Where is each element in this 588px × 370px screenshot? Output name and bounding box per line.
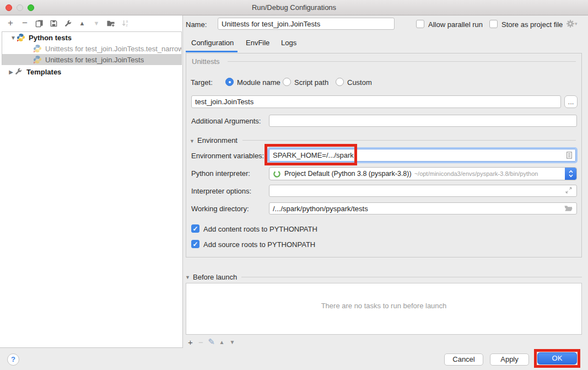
python-tests-icon bbox=[17, 33, 25, 42]
tab-envfile[interactable]: EnvFile bbox=[246, 39, 269, 51]
python-interpreter-value: Project Default (Python 3.8 (pyspark-3.8… bbox=[284, 170, 412, 178]
unittests-group-title: Unittests bbox=[192, 57, 220, 66]
additional-arguments-label: Additional Arguments: bbox=[191, 117, 261, 125]
allow-parallel-run-checkbox[interactable] bbox=[416, 20, 424, 28]
tree-item-label: Unittests for test_join.JoinTests.test_n… bbox=[45, 45, 181, 53]
sort-configurations-icon[interactable]: az bbox=[118, 17, 132, 30]
target-module-name-radio[interactable] bbox=[225, 78, 234, 86]
additional-arguments-input[interactable] bbox=[269, 115, 577, 127]
expanded-twisty-icon[interactable]: ▼ bbox=[10, 35, 17, 41]
add-content-roots-label: Add content roots to PYTHONPATH bbox=[203, 225, 317, 233]
target-module-name-label: Module name bbox=[237, 78, 280, 87]
edit-variables-list-icon[interactable] bbox=[565, 151, 573, 161]
move-task-down-icon[interactable]: ▼ bbox=[227, 339, 238, 345]
target-script-path-label: Script path bbox=[294, 78, 328, 87]
tree-item-label: Templates bbox=[26, 68, 61, 76]
environment-section-title: Environment bbox=[197, 136, 238, 144]
move-task-up-icon[interactable]: ▲ bbox=[217, 339, 227, 345]
browse-module-button[interactable]: ... bbox=[564, 95, 578, 108]
sidebar-toolbar: + − ▲ ▼ az bbox=[3, 15, 132, 31]
interpreter-options-input[interactable] bbox=[269, 185, 577, 197]
interpreter-dropdown-chevrons-icon[interactable] bbox=[565, 168, 576, 180]
allow-parallel-run-label: Allow parallel run bbox=[428, 20, 483, 29]
tab-configuration[interactable]: Configuration bbox=[191, 39, 234, 51]
tree-item-python-tests[interactable]: ▼ Python tests bbox=[2, 32, 181, 43]
working-directory-label: Working directory: bbox=[191, 205, 249, 213]
tree-item-unittests-jointests[interactable]: Unittests for test_join.JoinTests bbox=[2, 54, 181, 65]
add-content-roots-checkbox[interactable]: ✓ bbox=[191, 224, 199, 233]
svg-text:z: z bbox=[126, 23, 127, 27]
environment-variables-label: Environment variables: bbox=[191, 152, 264, 160]
group-divider bbox=[228, 61, 576, 62]
collapsed-twisty-icon[interactable]: ▶ bbox=[8, 69, 14, 75]
tree-item-label: Python tests bbox=[29, 34, 72, 42]
conda-environment-icon bbox=[273, 170, 281, 178]
before-launch-tasks-panel: There are no tasks to run before launch bbox=[186, 283, 582, 335]
interpreter-options-label: Interpreter options: bbox=[191, 187, 251, 195]
environment-variables-value: SPARK_HOME=/.../spark bbox=[273, 151, 354, 159]
tree-item-label: Unittests for test_join.JoinTests bbox=[45, 56, 144, 64]
help-button[interactable]: ? bbox=[7, 353, 19, 366]
python-interpreter-path: ~/opt/miniconda3/envs/pyspark-3.8/bin/py… bbox=[414, 170, 576, 177]
browse-folder-icon[interactable] bbox=[564, 204, 573, 214]
store-options-gear-icon[interactable]: ▾ bbox=[566, 19, 578, 28]
before-launch-empty-message: There are no tasks to run before launch bbox=[186, 302, 581, 310]
python-interpreter-label: Python interpreter: bbox=[191, 169, 250, 178]
expand-field-icon[interactable] bbox=[565, 186, 573, 196]
add-task-icon[interactable]: + bbox=[185, 337, 196, 347]
target-label: Target: bbox=[191, 78, 213, 87]
environment-variables-field[interactable]: SPARK_HOME=/.../spark bbox=[267, 147, 578, 163]
name-input[interactable] bbox=[218, 18, 395, 30]
add-configuration-icon[interactable]: + bbox=[3, 17, 18, 30]
svg-text:a: a bbox=[126, 19, 128, 23]
window-title: Run/Debug Configurations bbox=[0, 3, 588, 12]
ok-button[interactable]: OK bbox=[537, 352, 577, 364]
edit-templates-wrench-icon[interactable] bbox=[61, 17, 75, 30]
remove-task-icon[interactable]: − bbox=[196, 337, 206, 347]
tree-item-unittests-test-narrow[interactable]: Unittests for test_join.JoinTests.test_n… bbox=[2, 43, 181, 54]
title-bar: Run/Debug Configurations bbox=[0, 0, 588, 15]
gear-dropdown-arrow-icon: ▾ bbox=[575, 21, 578, 26]
templates-wrench-icon bbox=[14, 67, 23, 76]
edit-task-pencil-icon[interactable]: ✎ bbox=[206, 337, 217, 347]
target-custom-label: Custom bbox=[347, 78, 372, 87]
save-configuration-icon[interactable] bbox=[46, 17, 61, 30]
before-launch-section-title: Before launch bbox=[193, 273, 237, 281]
active-tab-underline bbox=[186, 51, 238, 52]
target-script-path-radio[interactable] bbox=[283, 78, 291, 86]
move-down-icon[interactable]: ▼ bbox=[89, 17, 104, 30]
add-source-roots-checkbox[interactable]: ✓ bbox=[191, 240, 199, 248]
add-source-roots-label: Add source roots to PYTHONPATH bbox=[203, 240, 315, 249]
environment-section-twisty-icon[interactable]: ▼ bbox=[190, 138, 195, 144]
before-launch-twisty-icon[interactable]: ▼ bbox=[185, 275, 190, 280]
copy-configuration-icon[interactable] bbox=[32, 17, 46, 30]
tree-item-templates[interactable]: ▶ Templates bbox=[0, 66, 182, 77]
python-interpreter-select[interactable]: Project Default (Python 3.8 (pyspark-3.8… bbox=[269, 167, 577, 180]
new-folder-icon[interactable] bbox=[104, 17, 118, 30]
before-launch-toolbar: + − ✎ ▲ ▼ bbox=[185, 336, 238, 347]
environment-divider bbox=[242, 140, 576, 141]
remove-configuration-icon[interactable]: − bbox=[18, 17, 32, 30]
working-directory-input[interactable] bbox=[269, 202, 577, 215]
store-as-project-file-checkbox[interactable] bbox=[489, 20, 498, 28]
store-as-project-file-label: Store as project file bbox=[501, 20, 563, 29]
cancel-button[interactable]: Cancel bbox=[444, 353, 483, 366]
python-test-icon bbox=[33, 55, 42, 64]
move-up-icon[interactable]: ▲ bbox=[75, 17, 89, 30]
python-test-icon bbox=[33, 44, 42, 53]
configurations-sidebar: + − ▲ ▼ az ▼ Python tests bbox=[0, 15, 183, 348]
before-launch-divider bbox=[241, 277, 582, 277]
target-module-input[interactable] bbox=[191, 95, 561, 108]
tree-group-outline: ▼ Python tests Unittests for test_join.J… bbox=[2, 31, 182, 65]
name-label: Name: bbox=[186, 20, 207, 29]
configuration-form-panel: Unittests Target: Module name Script pat… bbox=[186, 53, 582, 258]
tab-logs[interactable]: Logs bbox=[281, 39, 296, 51]
target-custom-radio[interactable] bbox=[336, 78, 344, 86]
apply-button[interactable]: Apply bbox=[490, 353, 529, 366]
